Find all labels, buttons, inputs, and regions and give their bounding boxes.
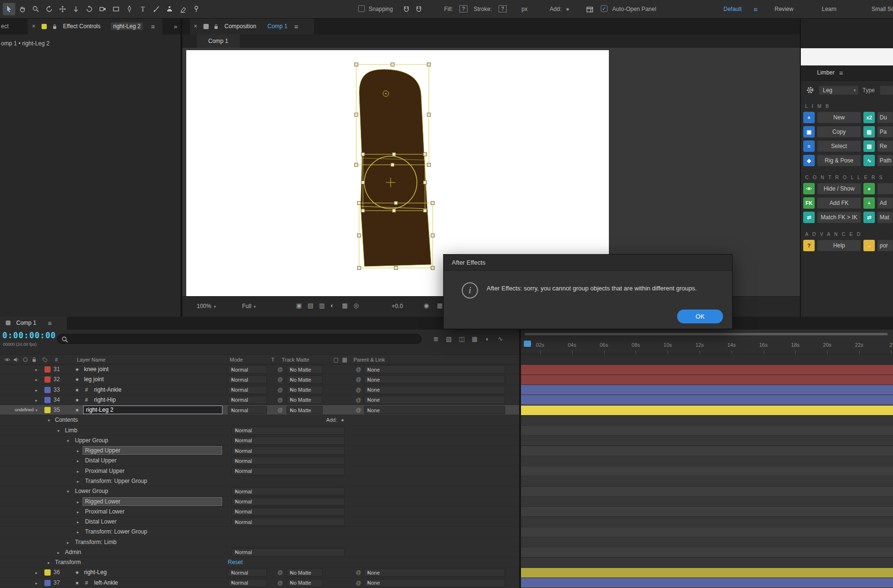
parent-link-header[interactable]: Parent & Link bbox=[353, 357, 385, 363]
twirl-icon[interactable]: ▸ bbox=[77, 469, 79, 474]
twirl-icon[interactable]: ▸ bbox=[35, 367, 38, 372]
transparency-grid-icon[interactable]: ▤ bbox=[308, 302, 313, 309]
shy-star-icon[interactable]: ★ bbox=[75, 570, 79, 575]
workspace-small-sc[interactable]: Small Sc bbox=[872, 6, 893, 12]
label-color-swatch[interactable] bbox=[44, 366, 51, 373]
partial-button[interactable]: Pa bbox=[877, 126, 893, 138]
track-stripe[interactable] bbox=[521, 487, 893, 496]
shy-icon[interactable]: ◫ bbox=[456, 333, 468, 344]
group-blend-dropdown[interactable]: Normal▾ bbox=[232, 508, 345, 516]
layer-name-edit[interactable]: right-Leg 2 bbox=[83, 406, 223, 414]
panel-menu-icon[interactable]: ≡ bbox=[151, 23, 155, 31]
layer-row-leg-joint[interactable]: ▸32★leg jointNormal▾@No Matte▾@None▾ bbox=[0, 374, 519, 385]
label-color-swatch[interactable] bbox=[44, 580, 51, 586]
property-name[interactable]: Transform: Upper Group bbox=[85, 478, 147, 484]
brush-tool[interactable] bbox=[150, 3, 162, 15]
layer-row-knee-joint[interactable]: ▸31★knee jointNormal▾@No Matte▾@None▾ bbox=[0, 364, 519, 374]
duplicate-icon[interactable]: x2 bbox=[863, 112, 875, 123]
mode-dropdown[interactable]: Normal▾ bbox=[228, 568, 267, 577]
shy-star-icon[interactable]: ★ bbox=[75, 407, 79, 413]
property-row-transform-limb[interactable]: ▸Transform: Limb bbox=[0, 537, 519, 547]
label-color-swatch[interactable] bbox=[44, 569, 51, 576]
property-name[interactable]: Transform: Limb bbox=[75, 539, 117, 545]
layer-row-right-leg-2[interactable]: ▾undefined35★right-Leg 2Normal▾@No Matte… bbox=[0, 405, 519, 415]
track-stripe[interactable] bbox=[521, 507, 893, 516]
property-row-rigged-upper[interactable]: ▸Rigged UpperNormal▾ bbox=[0, 446, 519, 456]
matte-pickwhip-icon[interactable]: @ bbox=[277, 366, 283, 372]
twirl-icon[interactable]: ▾ bbox=[48, 418, 50, 423]
track-matte-dropdown[interactable]: No Matte▾ bbox=[287, 579, 323, 587]
pen-tool[interactable] bbox=[123, 3, 136, 15]
twirl-icon[interactable]: ▸ bbox=[35, 398, 38, 403]
draft-3d-icon[interactable]: ▧ bbox=[443, 333, 455, 344]
parent-pickwhip-icon[interactable]: @ bbox=[356, 376, 361, 382]
mode-dropdown[interactable]: Normal▾ bbox=[228, 365, 267, 374]
property-row-contents[interactable]: ▾ContentsAdd:● bbox=[0, 415, 519, 425]
track-area[interactable]: 02s04s06s08s10s12s14s16s18s20s22s2 bbox=[521, 330, 893, 588]
eye-dot-icon[interactable]: undefined bbox=[15, 407, 34, 412]
property-row-limb[interactable]: ▾LimbNormal▾ bbox=[0, 426, 519, 436]
group-blend-dropdown[interactable]: Normal▾ bbox=[232, 437, 345, 445]
auto-open-checkbox[interactable]: ✓ bbox=[601, 5, 607, 12]
clone-stamp-tool[interactable] bbox=[163, 3, 176, 15]
snap-magnet-alt-icon[interactable] bbox=[413, 3, 425, 16]
property-row-distal-upper[interactable]: ▸Distal UpperNormal▾ bbox=[0, 456, 519, 466]
parent-link-dropdown[interactable]: None▾ bbox=[364, 386, 505, 394]
toggle-switches-icon[interactable]: ▦ bbox=[342, 356, 347, 363]
group-blend-dropdown[interactable]: Normal▾ bbox=[232, 467, 345, 475]
track-stripe[interactable] bbox=[521, 558, 893, 567]
panel-icon[interactable] bbox=[584, 3, 596, 16]
matte-pickwhip-icon[interactable]: @ bbox=[277, 407, 283, 413]
twirl-icon[interactable]: ▸ bbox=[57, 550, 60, 555]
select-button[interactable]: Select bbox=[817, 140, 861, 152]
track-stripe[interactable] bbox=[521, 436, 893, 445]
add-bullet-icon[interactable]: ● bbox=[566, 6, 569, 12]
path-icon[interactable]: ∿ bbox=[863, 155, 875, 166]
snapshot-camera-icon[interactable]: ◉ bbox=[424, 302, 429, 309]
close-panel-icon[interactable]: × bbox=[32, 23, 35, 30]
twirl-icon[interactable]: ▸ bbox=[67, 540, 69, 545]
property-name[interactable]: Proximal Lower bbox=[85, 508, 125, 515]
group-blend-dropdown[interactable]: Normal▾ bbox=[232, 498, 345, 506]
grid-guides-icon[interactable]: ▦ bbox=[342, 302, 348, 309]
match-fk-ik-icon[interactable]: ⇄ bbox=[803, 212, 815, 223]
eraser-tool[interactable] bbox=[177, 3, 189, 15]
mode-dropdown[interactable]: Normal▾ bbox=[228, 579, 267, 587]
partial-button[interactable]: Re bbox=[877, 140, 893, 152]
camera-tool[interactable] bbox=[96, 3, 109, 15]
exposure-icon[interactable]: ◎ bbox=[353, 302, 359, 309]
channel-icon[interactable]: ◐ bbox=[330, 302, 334, 309]
layer-name[interactable]: right-Leg bbox=[84, 569, 106, 576]
copy-icon[interactable]: ▣ bbox=[803, 126, 815, 138]
search-input[interactable] bbox=[57, 334, 422, 344]
track-stripe[interactable] bbox=[521, 537, 893, 547]
puppet-pin-tool[interactable] bbox=[190, 3, 202, 15]
new-icon[interactable]: + bbox=[803, 112, 815, 123]
composition-name[interactable]: Comp 1 bbox=[267, 23, 287, 30]
layer-row-right-ankle[interactable]: ▸33★#right-AnkleNormal▾@No Matte▾@None▾ bbox=[0, 385, 519, 395]
property-name[interactable]: Distal Lower bbox=[85, 518, 117, 525]
zoom-level-dropdown[interactable]: 100%▾ bbox=[197, 303, 216, 310]
match-fk-ik-button[interactable]: Match FK > IK bbox=[817, 212, 861, 223]
exposure-value[interactable]: +0.0 bbox=[392, 303, 403, 310]
label-color-swatch[interactable] bbox=[44, 376, 51, 383]
mask-visibility-icon[interactable]: ▥ bbox=[319, 302, 325, 309]
add-fk-button[interactable]: Add FK bbox=[817, 197, 861, 209]
partial-button[interactable]: Path bbox=[877, 155, 893, 166]
property-name[interactable]: Upper Group bbox=[75, 437, 108, 444]
twirl-icon[interactable]: ▸ bbox=[77, 459, 79, 463]
shy-star-icon[interactable]: ★ bbox=[75, 397, 79, 403]
comp-mini-flowchart-icon[interactable]: ≣ bbox=[430, 333, 442, 344]
stroke-swatch[interactable]: ? bbox=[499, 5, 507, 12]
twirl-icon[interactable]: ▸ bbox=[35, 388, 38, 393]
track-bar-34[interactable] bbox=[521, 395, 893, 405]
transfer-controls-icon[interactable]: ▢ bbox=[333, 356, 339, 363]
twirl-icon[interactable]: ▸ bbox=[77, 479, 79, 484]
layer-row-left-ankle[interactable]: ▸37★#left-AnkleNormal▾@No Matte▾@None▾ bbox=[0, 578, 519, 588]
eye-icon[interactable] bbox=[4, 356, 11, 363]
group-blend-dropdown[interactable]: Normal▾ bbox=[232, 447, 345, 455]
add-button-icon[interactable]: ● bbox=[341, 417, 344, 423]
current-time-display[interactable]: 0:00:00:00 bbox=[2, 331, 56, 340]
track-matte-dropdown[interactable]: No Matte▾ bbox=[287, 375, 323, 384]
property-row-lower-group[interactable]: ▾Lower GroupNormal▾ bbox=[0, 486, 519, 496]
